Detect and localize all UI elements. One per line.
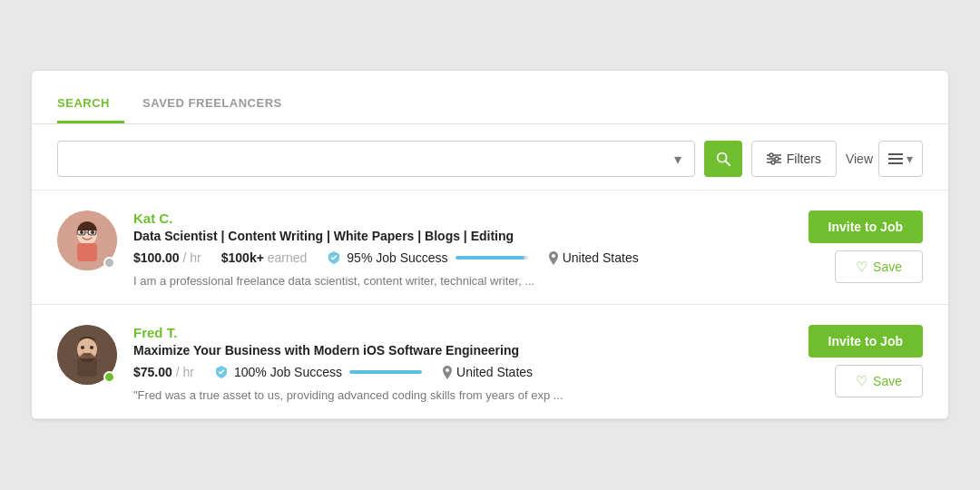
list-view-icon bbox=[888, 152, 903, 165]
svg-point-23 bbox=[90, 346, 93, 349]
search-input-wrap[interactable]: ▾ bbox=[57, 141, 695, 177]
search-dropdown-button[interactable]: ▾ bbox=[671, 151, 685, 168]
success-bar-wrap-kat bbox=[456, 256, 528, 260]
shield-icon-kat bbox=[327, 250, 341, 265]
view-dropdown-arrow: ▾ bbox=[906, 152, 913, 166]
tabs-bar: SEARCH SAVED FREELANCERS bbox=[32, 71, 948, 124]
success-bar-fred bbox=[349, 370, 422, 374]
invite-button-kat[interactable]: Invite to Job bbox=[808, 211, 923, 243]
view-label: View bbox=[846, 152, 873, 166]
save-button-fred[interactable]: ♡ Save bbox=[835, 365, 923, 397]
view-wrap: View ▾ bbox=[846, 141, 923, 177]
svg-point-5 bbox=[769, 153, 773, 157]
filters-button[interactable]: Filters bbox=[751, 141, 837, 177]
svg-line-1 bbox=[725, 161, 730, 165]
svg-rect-13 bbox=[77, 243, 97, 261]
svg-point-15 bbox=[91, 230, 94, 234]
location-icon-fred bbox=[442, 366, 453, 379]
svg-point-24 bbox=[80, 353, 94, 362]
job-success-fred: 100% Job Success bbox=[214, 365, 422, 379]
search-input[interactable] bbox=[67, 152, 671, 166]
heart-icon-kat: ♡ bbox=[856, 259, 867, 275]
success-bar-wrap-fred bbox=[349, 370, 422, 374]
rate-fred: $75.00 / hr bbox=[133, 365, 194, 379]
tab-search[interactable]: SEARCH bbox=[57, 87, 124, 123]
freelancer-name-kat[interactable]: Kat C. bbox=[133, 211, 789, 226]
job-success-kat: 95% Job Success bbox=[327, 250, 527, 265]
freelancer-title-kat: Data Scientist | Content Writing | White… bbox=[133, 229, 789, 243]
search-button[interactable] bbox=[704, 141, 742, 177]
main-container: SEARCH SAVED FREELANCERS ▾ Filters bbox=[32, 71, 948, 419]
bio-fred: "Fred was a true asset to us, providing … bbox=[133, 388, 789, 402]
save-button-kat[interactable]: ♡ Save bbox=[835, 250, 923, 283]
rate-kat: $100.00 / hr bbox=[133, 250, 201, 265]
card-info-fred: Fred T. Maximize Your Business with Mode… bbox=[133, 325, 789, 402]
stats-row-kat: $100.00 / hr $100k+ earned 95% Job Succe… bbox=[133, 250, 789, 265]
success-bar-kat bbox=[456, 256, 524, 260]
tab-saved-freelancers[interactable]: SAVED FREELANCERS bbox=[142, 87, 297, 123]
svg-rect-9 bbox=[888, 158, 903, 160]
location-fred: United States bbox=[442, 365, 533, 379]
svg-rect-10 bbox=[888, 162, 903, 164]
location-icon-kat bbox=[548, 251, 559, 265]
search-icon bbox=[715, 151, 731, 167]
heart-icon-fred: ♡ bbox=[856, 373, 867, 389]
invite-button-fred[interactable]: Invite to Job bbox=[808, 325, 923, 358]
view-toggle-button[interactable]: ▾ bbox=[878, 141, 923, 177]
earned-kat: $100k+ earned bbox=[221, 250, 308, 265]
svg-point-14 bbox=[80, 230, 83, 234]
status-dot-fred bbox=[103, 371, 115, 383]
search-bar: ▾ Filters View bbox=[32, 124, 948, 190]
shield-icon-fred bbox=[214, 365, 229, 379]
card-info-kat: Kat C. Data Scientist | Content Writing … bbox=[133, 211, 789, 288]
location-kat: United States bbox=[548, 250, 639, 265]
avatar-wrap-fred bbox=[57, 325, 117, 385]
svg-point-6 bbox=[775, 157, 779, 161]
stats-row-fred: $75.00 / hr 100% Job Success bbox=[133, 365, 789, 379]
freelancer-name-fred[interactable]: Fred T. bbox=[133, 325, 789, 340]
bio-kat: I am a professional freelance data scien… bbox=[133, 274, 789, 288]
svg-rect-8 bbox=[888, 153, 903, 155]
filter-icon bbox=[767, 152, 781, 165]
avatar-wrap-kat bbox=[57, 211, 117, 270]
card-actions-kat: Invite to Job ♡ Save bbox=[808, 211, 923, 283]
status-dot-kat bbox=[103, 257, 115, 269]
svg-point-7 bbox=[771, 161, 775, 164]
svg-point-22 bbox=[81, 346, 84, 349]
filters-label: Filters bbox=[787, 152, 821, 166]
card-actions-fred: Invite to Job ♡ Save bbox=[808, 325, 923, 397]
freelancer-card-kat: Kat C. Data Scientist | Content Writing … bbox=[32, 191, 948, 305]
freelancer-title-fred: Maximize Your Business with Modern iOS S… bbox=[133, 343, 789, 358]
freelancer-card-fred: Fred T. Maximize Your Business with Mode… bbox=[32, 305, 948, 419]
